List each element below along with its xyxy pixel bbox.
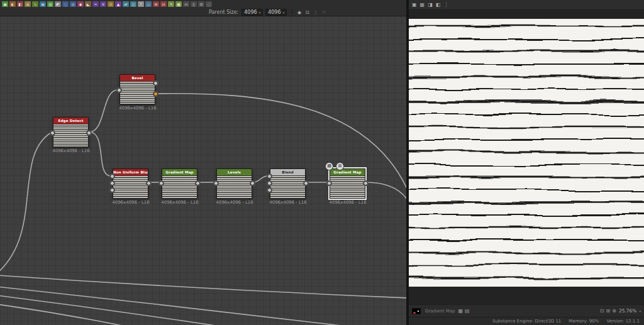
sharpen-node-icon[interactable]: ◆ <box>77 1 84 7</box>
pixel-processor-node-icon[interactable]: ⊞ <box>153 1 159 7</box>
node-levels[interactable]: Levels 4096x4096 - L16 <box>216 168 252 199</box>
grayscale-conversion-node-icon[interactable]: ◩ <box>55 1 61 7</box>
node-gradient-map-2[interactable]: ▤ ⊞ Gradient Map 4096x4096 - L16 <box>330 168 365 199</box>
node-title: Gradient Map <box>162 169 197 175</box>
input-connector[interactable] <box>110 188 114 192</box>
node-preview <box>53 124 88 146</box>
output-connector[interactable] <box>87 131 91 135</box>
node-size-label: 4096x4096 - L16 <box>103 200 159 205</box>
hsl-node-icon[interactable]: ◐ <box>9 1 16 7</box>
view-2d-left-icons: ▦▤ <box>458 308 469 314</box>
node-size-label: 4096x4096 - L16 <box>260 200 316 205</box>
blend-node-icon[interactable]: ◧ <box>17 1 23 7</box>
background-toggle-icon[interactable]: ◧ <box>436 2 441 8</box>
output-connector[interactable] <box>304 181 308 185</box>
output-connector[interactable] <box>147 181 151 185</box>
chevron-down-icon: ▾ <box>639 309 641 313</box>
output-connector[interactable] <box>153 81 158 85</box>
mirror-node-icon[interactable]: ◫ <box>130 1 136 7</box>
tiling-icon[interactable]: ▦ <box>420 2 425 8</box>
input-connector[interactable] <box>267 181 272 185</box>
node-preview <box>217 175 252 198</box>
input-connector[interactable] <box>159 181 164 185</box>
link-inputs-icon[interactable]: ⊡ <box>304 10 311 15</box>
node-edge-detect[interactable]: Edge Detect 4096x4096 - L16 <box>53 117 89 147</box>
graph-toolbar-size-row: Parent Size: 4096 ▾ 4096 ▾ ◉⊡⋮∷ <box>0 8 406 16</box>
fit-view-badge-icon[interactable]: ⊞ <box>336 162 344 170</box>
toolbar-separator <box>292 9 292 15</box>
node-size-label: 4096x4096 - L16 <box>152 200 208 205</box>
uniform-color-node-icon[interactable]: ▣ <box>2 1 8 7</box>
input-connector[interactable] <box>110 174 114 179</box>
node-gradient-map-1[interactable]: Gradient Map 4096x4096 - L16 <box>162 168 197 199</box>
center-view-icon[interactable]: ⊕ <box>612 308 616 314</box>
view-2d-toolbar: ▣▦◨◧⋮ <box>409 0 644 10</box>
node-size-label: 4096x4096 - L16 <box>43 148 99 153</box>
gradient-linear-node-icon[interactable]: ▤ <box>40 1 46 7</box>
grid-toggle-icon[interactable]: ▦ <box>458 308 463 314</box>
drag-handle-icon[interactable]: ∷ <box>321 10 327 15</box>
node-title: Edge Detect <box>53 118 88 124</box>
input-connector[interactable] <box>267 188 272 192</box>
comment-icon[interactable]: ▭ <box>183 1 189 7</box>
distance-node-icon[interactable]: ⊙ <box>108 1 114 7</box>
texture-preview-lines <box>409 19 644 287</box>
directional-warp-node-icon[interactable]: ≋ <box>100 1 106 7</box>
text-node-icon[interactable]: T <box>138 1 144 7</box>
input-connector[interactable] <box>214 181 218 185</box>
output-connector[interactable] <box>364 181 368 185</box>
image-icon[interactable]: ▣ <box>412 2 417 8</box>
transform-2d-node-icon[interactable]: ⇄ <box>123 1 129 7</box>
parent-width-select[interactable]: 4096 ▾ <box>242 9 263 16</box>
emboss-node-icon[interactable]: ◣ <box>85 1 91 7</box>
blur-node-icon[interactable]: ◌ <box>62 1 69 7</box>
node-bevel[interactable]: Bevel 4096x4096 - L16 <box>119 74 155 104</box>
output-connector-highlighted[interactable] <box>153 92 158 96</box>
output-connector[interactable] <box>250 181 255 185</box>
engine-status: Substance Engine: Direct3D 11 <box>492 319 561 324</box>
value-processor-node-icon[interactable]: ⊟ <box>160 1 167 7</box>
parent-height-select[interactable]: 4096 ▾ <box>265 9 287 16</box>
more-options-icon[interactable]: ⋮ <box>313 10 319 15</box>
visibility-icon[interactable]: ◉ <box>296 10 303 15</box>
input-connector[interactable] <box>110 181 114 185</box>
zoom-control[interactable]: ⊡⊞⊕ 25.76% ▾ <box>600 308 641 314</box>
svg-node-icon[interactable]: ✎ <box>168 1 174 7</box>
tile-mode-icon[interactable]: ▤ <box>465 308 470 314</box>
node-title: Levels <box>217 169 252 175</box>
frame-icon[interactable]: ▯ <box>191 1 197 7</box>
fit-view-icon[interactable]: ⊡ <box>600 308 604 314</box>
directional-blur-node-icon[interactable]: ◎ <box>70 1 76 7</box>
input-connector[interactable] <box>117 88 121 92</box>
input-connector[interactable] <box>267 174 272 179</box>
node-size-label: 4096x4096 - L16 <box>319 200 376 205</box>
normal-node-icon[interactable]: ▲ <box>115 1 121 7</box>
node-title: Blend <box>270 169 305 175</box>
view-in-2d-icon[interactable]: ▤ <box>325 162 333 170</box>
zoom-level: 25.76% <box>619 308 637 314</box>
node-preview <box>162 175 197 198</box>
node-blend[interactable]: Blend 4096x4096 - L16 <box>270 168 306 199</box>
view-2d-node-label: Gradient Map <box>425 309 455 314</box>
levels-node-icon[interactable]: ≡ <box>25 1 31 7</box>
gradient-swatch[interactable] <box>412 308 421 314</box>
actual-size-icon[interactable]: ⊞ <box>606 308 610 314</box>
node-preview <box>120 81 155 104</box>
node-size-label: 4096x4096 - L16 <box>109 106 166 111</box>
output-connector[interactable] <box>196 181 200 185</box>
curve-node-icon[interactable]: ∿ <box>32 1 38 7</box>
input-connector[interactable] <box>50 131 55 135</box>
bitmap-node-icon[interactable]: ▦ <box>175 1 182 7</box>
pin-icon[interactable]: ⊙ <box>198 1 204 7</box>
gradient-map-node-icon[interactable]: ▥ <box>47 1 53 7</box>
options-icon[interactable]: ⋮ <box>443 2 448 8</box>
search-icon[interactable]: ◌ <box>206 1 212 7</box>
node-preview <box>113 175 148 198</box>
warp-node-icon[interactable]: ≈ <box>92 1 99 7</box>
channels-icon[interactable]: ◨ <box>428 2 433 8</box>
node-non-uniform-blur[interactable]: Non Uniform Blur 4096x4096 - L16 <box>113 168 148 199</box>
input-connector[interactable] <box>327 181 331 185</box>
shape-node-icon[interactable]: ◇ <box>145 1 152 7</box>
view-2d-canvas[interactable] <box>409 10 644 304</box>
node-size-label: 4096x4096 - L16 <box>206 200 263 205</box>
